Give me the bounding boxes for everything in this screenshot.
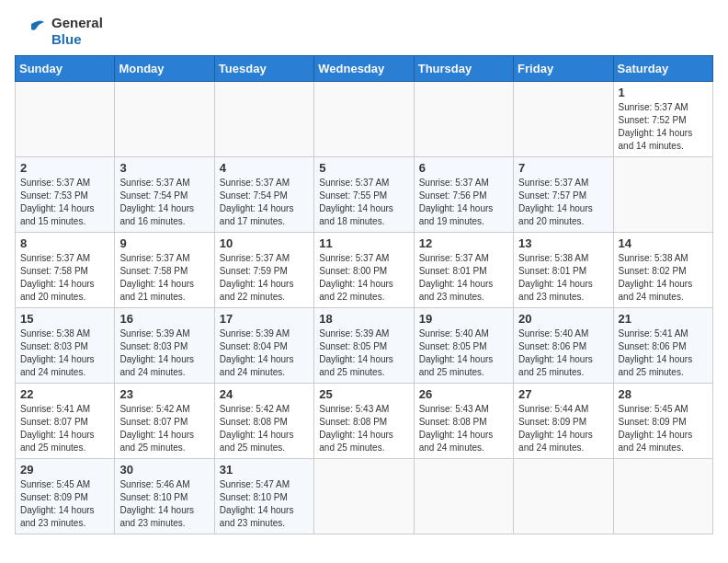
- day-info: Sunrise: 5:46 AMSunset: 8:10 PMDaylight:…: [119, 478, 209, 530]
- calendar-cell: 30Sunrise: 5:46 AMSunset: 8:10 PMDayligh…: [115, 459, 214, 534]
- calendar-cell: [514, 82, 613, 157]
- logo-bird-icon: [15, 15, 48, 48]
- calendar-week-row: 15Sunrise: 5:38 AMSunset: 8:03 PMDayligh…: [16, 308, 713, 384]
- calendar-header-row: SundayMondayTuesdayWednesdayThursdayFrid…: [16, 56, 713, 82]
- calendar-cell: 13Sunrise: 5:38 AMSunset: 8:01 PMDayligh…: [514, 233, 613, 308]
- day-number: 4: [220, 161, 309, 175]
- calendar-cell: 16Sunrise: 5:39 AMSunset: 8:03 PMDayligh…: [115, 308, 214, 384]
- calendar-cell: 3Sunrise: 5:37 AMSunset: 7:54 PMDaylight…: [115, 157, 214, 233]
- day-info: Sunrise: 5:41 AMSunset: 8:06 PMDaylight:…: [619, 327, 708, 379]
- calendar-cell: 7Sunrise: 5:37 AMSunset: 7:57 PMDaylight…: [514, 157, 613, 233]
- page-header: General Blue: [15, 15, 713, 48]
- day-info: Sunrise: 5:41 AMSunset: 8:07 PMDaylight:…: [20, 403, 109, 454]
- day-number: 11: [319, 236, 408, 250]
- logo-line1: General: [51, 15, 103, 31]
- calendar-cell: [613, 459, 712, 534]
- day-info: Sunrise: 5:40 AMSunset: 8:06 PMDaylight:…: [518, 327, 608, 379]
- calendar-cell: [16, 82, 115, 157]
- day-info: Sunrise: 5:37 AMSunset: 7:59 PMDaylight:…: [220, 252, 309, 304]
- day-number: 31: [220, 463, 309, 477]
- day-number: 23: [119, 387, 209, 401]
- calendar-day-header: Thursday: [414, 56, 513, 82]
- day-info: Sunrise: 5:39 AMSunset: 8:03 PMDaylight:…: [119, 327, 209, 379]
- calendar-cell: 15Sunrise: 5:38 AMSunset: 8:03 PMDayligh…: [16, 308, 115, 384]
- day-info: Sunrise: 5:37 AMSunset: 7:56 PMDaylight:…: [419, 177, 508, 228]
- calendar-cell: 5Sunrise: 5:37 AMSunset: 7:55 PMDaylight…: [314, 157, 414, 233]
- day-info: Sunrise: 5:44 AMSunset: 8:09 PMDaylight:…: [518, 403, 608, 454]
- calendar-cell: 26Sunrise: 5:43 AMSunset: 8:08 PMDayligh…: [414, 384, 513, 459]
- day-info: Sunrise: 5:39 AMSunset: 8:05 PMDaylight:…: [319, 327, 408, 379]
- calendar-week-row: 22Sunrise: 5:41 AMSunset: 8:07 PMDayligh…: [16, 384, 713, 459]
- day-info: Sunrise: 5:43 AMSunset: 8:08 PMDaylight:…: [319, 403, 408, 454]
- day-info: Sunrise: 5:47 AMSunset: 8:10 PMDaylight:…: [220, 478, 309, 530]
- day-info: Sunrise: 5:37 AMSunset: 7:58 PMDaylight:…: [119, 252, 209, 304]
- calendar-cell: 29Sunrise: 5:45 AMSunset: 8:09 PMDayligh…: [16, 459, 115, 534]
- day-info: Sunrise: 5:38 AMSunset: 8:01 PMDaylight:…: [518, 252, 608, 304]
- calendar-week-row: 2Sunrise: 5:37 AMSunset: 7:53 PMDaylight…: [16, 157, 713, 233]
- day-number: 7: [518, 161, 608, 175]
- day-number: 22: [20, 387, 109, 401]
- day-info: Sunrise: 5:37 AMSunset: 7:52 PMDaylight:…: [619, 101, 708, 153]
- day-info: Sunrise: 5:43 AMSunset: 8:08 PMDaylight:…: [419, 403, 508, 454]
- day-number: 24: [220, 387, 309, 401]
- day-number: 28: [619, 387, 708, 401]
- day-number: 6: [419, 161, 508, 175]
- calendar-cell: 8Sunrise: 5:37 AMSunset: 7:58 PMDaylight…: [16, 233, 115, 308]
- logo: General Blue: [15, 15, 103, 48]
- calendar-cell: 10Sunrise: 5:37 AMSunset: 7:59 PMDayligh…: [214, 233, 313, 308]
- day-info: Sunrise: 5:40 AMSunset: 8:05 PMDaylight:…: [419, 327, 508, 379]
- calendar-cell: 2Sunrise: 5:37 AMSunset: 7:53 PMDaylight…: [16, 157, 115, 233]
- calendar-cell: 28Sunrise: 5:45 AMSunset: 8:09 PMDayligh…: [613, 384, 712, 459]
- calendar-day-header: Tuesday: [214, 56, 313, 82]
- calendar-week-row: 29Sunrise: 5:45 AMSunset: 8:09 PMDayligh…: [16, 459, 713, 534]
- logo-line2: Blue: [51, 31, 103, 48]
- calendar-cell: 22Sunrise: 5:41 AMSunset: 8:07 PMDayligh…: [16, 384, 115, 459]
- calendar-cell: [414, 459, 513, 534]
- day-number: 5: [319, 161, 408, 175]
- day-info: Sunrise: 5:37 AMSunset: 8:01 PMDaylight:…: [419, 252, 508, 304]
- day-number: 13: [518, 236, 608, 250]
- day-number: 10: [220, 236, 309, 250]
- day-info: Sunrise: 5:37 AMSunset: 7:53 PMDaylight:…: [20, 177, 109, 228]
- calendar-cell: 24Sunrise: 5:42 AMSunset: 8:08 PMDayligh…: [214, 384, 313, 459]
- calendar-cell: 11Sunrise: 5:37 AMSunset: 8:00 PMDayligh…: [314, 233, 414, 308]
- day-info: Sunrise: 5:42 AMSunset: 8:07 PMDaylight:…: [119, 403, 209, 454]
- day-info: Sunrise: 5:37 AMSunset: 8:00 PMDaylight:…: [319, 252, 408, 304]
- day-number: 16: [119, 312, 209, 326]
- calendar-cell: 17Sunrise: 5:39 AMSunset: 8:04 PMDayligh…: [214, 308, 313, 384]
- calendar-cell: [514, 459, 613, 534]
- calendar-day-header: Monday: [115, 56, 214, 82]
- day-info: Sunrise: 5:38 AMSunset: 8:03 PMDaylight:…: [20, 327, 109, 379]
- calendar-cell: [115, 82, 214, 157]
- calendar-cell: 19Sunrise: 5:40 AMSunset: 8:05 PMDayligh…: [414, 308, 513, 384]
- day-number: 25: [319, 387, 408, 401]
- calendar-cell: [314, 82, 414, 157]
- day-number: 14: [619, 236, 708, 250]
- day-info: Sunrise: 5:37 AMSunset: 7:57 PMDaylight:…: [518, 177, 608, 228]
- day-number: 12: [419, 236, 508, 250]
- day-number: 17: [220, 312, 309, 326]
- day-info: Sunrise: 5:38 AMSunset: 8:02 PMDaylight:…: [619, 252, 708, 304]
- calendar-week-row: 8Sunrise: 5:37 AMSunset: 7:58 PMDaylight…: [16, 233, 713, 308]
- day-info: Sunrise: 5:39 AMSunset: 8:04 PMDaylight:…: [220, 327, 309, 379]
- calendar-week-row: 1Sunrise: 5:37 AMSunset: 7:52 PMDaylight…: [16, 82, 713, 157]
- calendar-cell: 6Sunrise: 5:37 AMSunset: 7:56 PMDaylight…: [414, 157, 513, 233]
- day-number: 8: [20, 236, 109, 250]
- calendar-cell: 14Sunrise: 5:38 AMSunset: 8:02 PMDayligh…: [613, 233, 712, 308]
- day-info: Sunrise: 5:37 AMSunset: 7:54 PMDaylight:…: [220, 177, 309, 228]
- calendar-table: SundayMondayTuesdayWednesdayThursdayFrid…: [15, 55, 713, 534]
- calendar-day-header: Sunday: [16, 56, 115, 82]
- day-number: 3: [119, 161, 209, 175]
- day-number: 9: [119, 236, 209, 250]
- calendar-cell: 9Sunrise: 5:37 AMSunset: 7:58 PMDaylight…: [115, 233, 214, 308]
- day-number: 26: [419, 387, 508, 401]
- day-number: 27: [518, 387, 608, 401]
- calendar-cell: 27Sunrise: 5:44 AMSunset: 8:09 PMDayligh…: [514, 384, 613, 459]
- calendar-day-header: Friday: [514, 56, 613, 82]
- day-number: 29: [20, 463, 109, 477]
- day-number: 19: [419, 312, 508, 326]
- calendar-cell: [214, 82, 313, 157]
- calendar-cell: 23Sunrise: 5:42 AMSunset: 8:07 PMDayligh…: [115, 384, 214, 459]
- day-number: 30: [119, 463, 209, 477]
- day-number: 18: [319, 312, 408, 326]
